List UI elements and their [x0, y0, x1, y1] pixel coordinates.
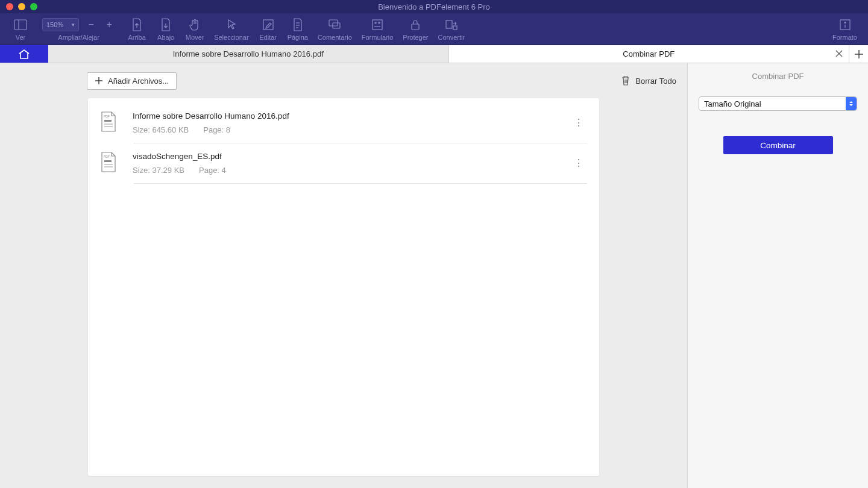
arriba-tool[interactable]: Arriba — [122, 13, 151, 45]
pdf-file-icon: PDF — [100, 111, 121, 134]
close-window-button[interactable] — [6, 3, 13, 10]
svg-rect-27 — [104, 126, 113, 127]
fullscreen-window-button[interactable] — [30, 3, 37, 10]
more-vertical-icon: ⋮ — [574, 158, 583, 168]
combine-button[interactable]: Combinar — [723, 136, 833, 154]
toolbar: Ver 150% ▾ − + Ampliar/Alejar Arriba Aba… — [0, 13, 868, 45]
convertir-label: Convertir — [438, 34, 465, 41]
pagina-label: Página — [288, 34, 308, 41]
svg-rect-0 — [14, 20, 27, 30]
combine-sidebar: Combinar PDF Tamaño Original Combinar — [687, 63, 868, 488]
page-down-icon — [160, 17, 171, 33]
page-size-value: Tamaño Original — [704, 99, 761, 108]
svg-point-10 — [379, 22, 380, 23]
zoom-value: 150% — [46, 21, 63, 28]
file-row[interactable]: PDF visadoSchengen_ES.pdf Size: 37.29 KB… — [88, 143, 599, 183]
svg-text:PDF: PDF — [104, 114, 110, 118]
pdf-file-icon: PDF — [100, 152, 121, 175]
minimize-window-button[interactable] — [18, 3, 25, 10]
pagina-tool[interactable]: Página — [283, 13, 313, 45]
svg-rect-14 — [453, 26, 457, 30]
formato-label: Formato — [832, 34, 857, 41]
main-area: Añadir Archivos... Borrar Todo PDF Infor… — [0, 63, 868, 488]
file-row[interactable]: PDF Informe sobre Desarrollo Humano 2016… — [88, 103, 599, 143]
combine-tab-label: Combinar PDF — [623, 49, 675, 58]
page-size-select[interactable]: Tamaño Original — [699, 96, 857, 111]
file-name: visadoSchengen_ES.pdf — [133, 152, 570, 161]
document-tab-label: Informe sobre Desarrollo Humano 2016.pdf — [173, 49, 324, 58]
comentario-tool[interactable]: Comentario — [313, 13, 357, 45]
file-pages: Page: 4 — [199, 166, 226, 175]
svg-rect-31 — [104, 166, 113, 167]
file-list-pane: Añadir Archivos... Borrar Todo PDF Infor… — [0, 63, 687, 488]
home-icon — [18, 49, 30, 60]
home-tab[interactable] — [0, 45, 48, 63]
file-info: Informe sobre Desarrollo Humano 2016.pdf… — [133, 111, 570, 134]
zoom-tool-group: 150% ▾ − + Ampliar/Alejar — [35, 13, 122, 45]
svg-rect-25 — [104, 120, 112, 122]
formulario-tool[interactable]: Formulario — [357, 13, 398, 45]
mover-label: Mover — [186, 34, 204, 41]
page-icon — [292, 17, 303, 33]
formato-tool[interactable]: Formato — [828, 13, 862, 45]
svg-point-16 — [844, 22, 846, 23]
convertir-tool[interactable]: Convertir — [433, 13, 470, 45]
file-info: visadoSchengen_ES.pdf Size: 37.29 KB Pag… — [133, 152, 570, 175]
ver-label: Ver — [16, 34, 26, 41]
svg-rect-12 — [412, 24, 419, 30]
combine-tab[interactable]: Combinar PDF — [448, 45, 849, 63]
seleccionar-label: Seleccionar — [214, 34, 248, 41]
select-stepper-icon — [846, 97, 857, 110]
arriba-label: Arriba — [128, 34, 145, 41]
add-files-label: Añadir Archivos... — [108, 77, 169, 86]
panel-icon — [14, 17, 27, 33]
proteger-label: Proteger — [403, 34, 428, 41]
info-icon — [839, 17, 851, 33]
titlebar: Bienvenido a PDFelement 6 Pro — [0, 0, 868, 13]
delete-all-button[interactable]: Borrar Todo — [621, 75, 676, 86]
form-icon — [371, 17, 383, 33]
comment-icon — [328, 17, 341, 33]
add-files-button[interactable]: Añadir Archivos... — [87, 72, 177, 90]
seleccionar-tool[interactable]: Seleccionar — [209, 13, 253, 45]
cursor-icon — [226, 17, 237, 33]
delete-all-label: Borrar Todo — [635, 77, 676, 86]
editar-label: Editar — [259, 34, 277, 41]
svg-text:PDF: PDF — [104, 155, 110, 158]
mover-tool[interactable]: Mover — [180, 13, 209, 45]
file-size: Size: 37.29 KB — [133, 166, 184, 175]
proteger-tool[interactable]: Proteger — [398, 13, 433, 45]
plus-icon — [854, 49, 864, 59]
chevron-down-icon: ▾ — [72, 22, 75, 28]
convert-icon — [445, 17, 458, 33]
new-tab-button[interactable] — [849, 45, 868, 63]
svg-rect-26 — [104, 124, 113, 125]
zoom-select[interactable]: 150% ▾ — [42, 18, 79, 31]
divider — [134, 183, 587, 184]
comentario-label: Comentario — [318, 34, 352, 41]
edit-icon — [262, 17, 274, 33]
action-row: Añadir Archivos... Borrar Todo — [0, 63, 687, 98]
more-vertical-icon: ⋮ — [574, 117, 583, 128]
svg-rect-30 — [104, 164, 113, 165]
trash-icon — [621, 75, 631, 86]
close-tab-button[interactable] — [835, 49, 843, 59]
hand-icon — [189, 17, 201, 33]
file-menu-button[interactable]: ⋮ — [570, 119, 587, 127]
abajo-tool[interactable]: Abajo — [151, 13, 180, 45]
close-icon — [835, 50, 843, 57]
file-menu-button[interactable]: ⋮ — [570, 160, 587, 167]
lock-icon — [410, 17, 421, 33]
zoom-in-button[interactable]: + — [101, 19, 118, 30]
file-list: PDF Informe sobre Desarrollo Humano 2016… — [88, 98, 599, 476]
document-tab[interactable]: Informe sobre Desarrollo Humano 2016.pdf — [48, 45, 448, 63]
sidebar-title: Combinar PDF — [752, 72, 804, 81]
zoom-out-button[interactable]: − — [83, 19, 99, 30]
editar-tool[interactable]: Editar — [254, 13, 283, 45]
formulario-label: Formulario — [362, 34, 394, 41]
ver-tool[interactable]: Ver — [6, 13, 35, 45]
svg-rect-13 — [446, 20, 452, 28]
tab-bar: Informe sobre Desarrollo Humano 2016.pdf… — [0, 45, 868, 63]
svg-rect-29 — [104, 160, 112, 162]
svg-rect-8 — [373, 20, 382, 30]
